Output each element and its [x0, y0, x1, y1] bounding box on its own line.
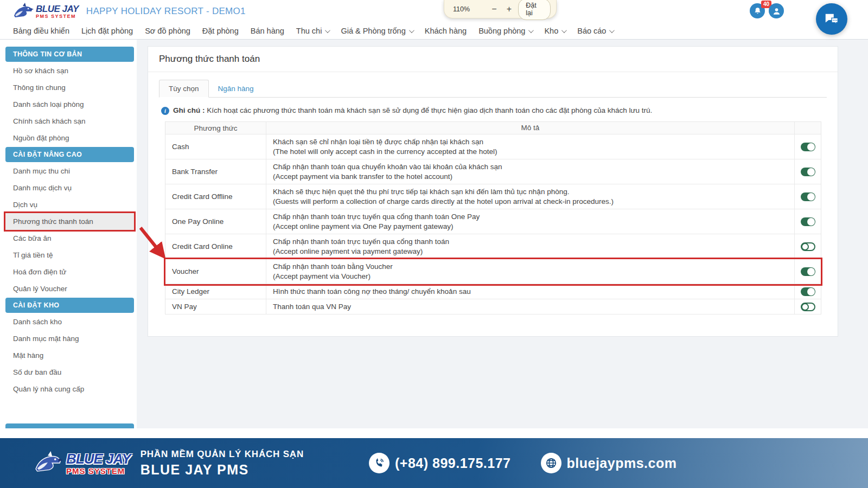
nav-customers[interactable]: Khách hàng — [419, 24, 472, 37]
nav-room-map[interactable]: Sơ đồ phòng — [139, 24, 196, 37]
toggle-switch[interactable] — [801, 267, 815, 276]
chevron-down-icon — [528, 28, 534, 33]
nav-rates-availability[interactable]: Giá & Phòng trống — [335, 24, 418, 37]
bell-icon — [754, 7, 762, 15]
footer-logo: BLUE JAY PMS SYSTEM — [33, 451, 131, 475]
logo-text-line2: PMS SYSTEM — [36, 14, 79, 19]
zoom-in-button[interactable]: + — [503, 4, 515, 14]
description-vi: Chấp nhận thanh toán trực tuyến qua cổng… — [273, 212, 788, 222]
description-vi: Khách sẽ thực hiện quẹt thẻ thu phí trực… — [273, 187, 788, 197]
description-en: (Guests will perform a collection of cha… — [273, 197, 788, 207]
nav-booking-calendar[interactable]: Lịch đặt phòng — [76, 24, 138, 37]
sidebar-section-basic-info: THÔNG TIN CƠ BẢN — [5, 47, 134, 62]
table-header-row: Phương thức Mô tả — [165, 122, 821, 134]
table-row-credit-card-online: Credit Card Online Chấp nhận thanh toán … — [165, 234, 821, 259]
description-en: (Accept payment via bank transfer to the… — [273, 172, 788, 182]
zoom-reset-button[interactable]: Đặt lại — [518, 0, 551, 20]
description-vi: Chấp nhận thanh toán trực tuyến qua cổng… — [273, 237, 788, 247]
nav-warehouse[interactable]: Kho — [539, 24, 571, 37]
tab-banks[interactable]: Ngân hàng — [209, 80, 263, 97]
chevron-down-icon — [325, 28, 330, 33]
chevron-down-icon — [609, 28, 615, 33]
footer-website[interactable]: bluejaypms.com — [567, 455, 677, 471]
toggle-switch[interactable] — [801, 192, 815, 201]
nav-booking[interactable]: Đặt phòng — [197, 24, 244, 37]
sidebar-item-expense-categories[interactable]: Danh mục thu chi — [5, 163, 134, 179]
nav-housekeeping[interactable]: Buồng phòng — [473, 24, 538, 37]
sidebar-item-supplier-management[interactable]: Quản lý nhà cung cấp — [5, 381, 134, 397]
sidebar-item-general-info[interactable]: Thông tin chung — [5, 79, 134, 96]
nav-sales[interactable]: Bán hàng — [245, 24, 290, 37]
footer-tagline: PHẦN MỀM QUẢN LÝ KHÁCH SẠN — [141, 449, 304, 460]
sidebar-item-items[interactable]: Mặt hàng — [5, 347, 134, 364]
method-name: City Ledger — [165, 284, 266, 299]
method-name: Credit Card Online — [165, 234, 266, 259]
logo-text-line1: BLUE JAY — [36, 4, 79, 14]
hotel-title: HAPPY HOLIDAY RESORT - DEMO1 — [86, 6, 246, 17]
table-row-vn-pay: VN Pay Thanh toán qua VN Pay — [165, 299, 821, 314]
note-label: Ghi chú : — [173, 106, 205, 114]
chevron-down-icon — [409, 28, 414, 33]
phone-icon — [369, 453, 390, 473]
description-vi: Chấp nhận thanh toán bằng Voucher — [273, 262, 788, 272]
toggle-switch[interactable] — [801, 287, 815, 296]
app-logo[interactable]: BLUE JAY PMS SYSTEM — [12, 3, 79, 20]
sidebar-item-service-categories[interactable]: Danh mục dịch vụ — [5, 179, 134, 196]
browser-zoom-popup: 110% − + Đặt lại — [444, 0, 557, 18]
nav-reports[interactable]: Báo cáo — [572, 24, 618, 37]
payment-methods-table: Phương thức Mô tả Cash Khách sạn sẽ chỉ … — [165, 121, 821, 314]
description-vi: Hình thức thanh toán công nợ theo tháng/… — [273, 287, 788, 297]
sidebar-item-warehouse-list[interactable]: Danh sách kho — [5, 313, 134, 330]
sidebar-item-hotel-policy[interactable]: Chính sách khách sạn — [5, 113, 134, 130]
footer-brand-name: BLUE JAY PMS — [141, 462, 304, 478]
method-name: One Pay Online — [165, 209, 266, 234]
description-en: (The hotel will only accept cash in the … — [273, 147, 788, 157]
toggle-switch[interactable] — [801, 303, 815, 311]
bluejay-bird-icon — [12, 3, 34, 20]
sidebar-section-advanced: CÀI ĐẶT NÂNG CAO — [5, 147, 134, 162]
sidebar-item-exchange-rates[interactable]: Tỉ giá tiền tệ — [5, 247, 134, 264]
toggle-switch[interactable] — [801, 143, 815, 151]
sidebar-item-room-type-list[interactable]: Danh sách loại phòng — [5, 96, 134, 113]
note-text: Kích hoạt các phương thức thanh toán mà … — [207, 106, 652, 114]
method-name: VN Pay — [165, 299, 266, 314]
table-row-bank-transfer: Bank Transfer Chấp nhận thanh toán qua c… — [165, 159, 821, 184]
toggle-switch[interactable] — [801, 242, 815, 251]
tab-options[interactable]: Tùy chọn — [159, 80, 209, 98]
sidebar-item-services[interactable]: Dịch vụ — [5, 196, 134, 213]
column-header-description: Mô tả — [266, 122, 795, 134]
page-title: Phương thức thanh toán — [148, 47, 838, 72]
sidebar-item-hotel-profile[interactable]: Hồ sơ khách sạn — [5, 62, 134, 79]
sidebar-item-e-invoice[interactable]: Hoá đơn điện tử — [5, 264, 134, 280]
toggle-switch[interactable] — [801, 217, 815, 226]
bluejay-bird-icon — [33, 451, 63, 475]
sidebar-item-meals[interactable]: Các bữa ăn — [5, 230, 134, 247]
method-name: Bank Transfer — [165, 159, 266, 184]
nav-income-expense[interactable]: Thu chi — [291, 24, 335, 37]
chevron-down-icon — [561, 28, 567, 33]
toggle-switch[interactable] — [801, 168, 815, 176]
table-row-city-ledger: City Ledger Hình thức thanh toán công nợ… — [165, 284, 821, 299]
description-vi: Thanh toán qua VN Pay — [273, 302, 788, 312]
method-name: Credit Card Offline — [165, 184, 266, 209]
sidebar-item-item-categories[interactable]: Danh mục mặt hàng — [5, 330, 134, 347]
sidebar-item-booking-source[interactable]: Nguồn đặt phòng — [5, 130, 134, 146]
sidebar-item-opening-balance[interactable]: Số dư ban đầu — [5, 364, 134, 381]
sidebar-item-payment-methods[interactable]: Phương thức thanh toán — [5, 213, 134, 230]
globe-icon — [541, 453, 561, 473]
description-vi: Chấp nhận thanh toán qua chuyển khoản và… — [273, 162, 788, 172]
chat-widget-button[interactable] — [816, 3, 847, 35]
notification-bell-button[interactable]: 40 — [750, 3, 765, 18]
nav-dashboard[interactable]: Bảng điều khiển — [8, 24, 75, 37]
top-header: BLUE JAY PMS SYSTEM HAPPY HOLIDAY RESORT… — [0, 0, 868, 40]
sidebar-item-voucher-management[interactable]: Quản lý Voucher — [5, 280, 134, 297]
method-name: Voucher — [165, 259, 266, 284]
main-nav: Bảng điều khiển Lịch đặt phòng Sơ đồ phò… — [0, 23, 868, 39]
zoom-level: 110% — [453, 5, 470, 13]
main-content-area: Phương thức thanh toán Tùy chọn Ngân hàn… — [137, 40, 868, 428]
method-name: Cash — [165, 134, 266, 159]
zoom-out-button[interactable]: − — [488, 4, 500, 14]
user-account-button[interactable] — [769, 3, 784, 18]
user-icon — [773, 7, 781, 15]
column-header-toggle — [795, 122, 821, 134]
